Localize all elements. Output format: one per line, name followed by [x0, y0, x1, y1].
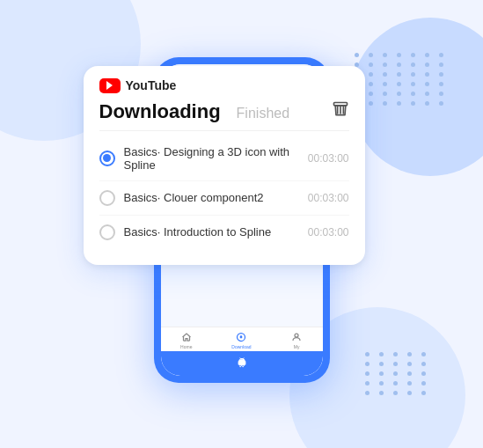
popup-item-text-2: Basics· Clouer component2: [124, 191, 299, 204]
svg-point-1: [295, 334, 298, 337]
trash-icon-button[interactable]: [332, 100, 349, 118]
popup-tabs-row: Downloading Finished: [99, 100, 349, 123]
phone-nav-home-label: Home: [180, 344, 192, 349]
user-icon: [290, 331, 303, 343]
popup-list: Basics· Designing a 3D icon with Spline …: [84, 131, 365, 265]
youtube-icon: [99, 78, 121, 93]
phone-nav-download[interactable]: Download: [231, 331, 251, 349]
tab-finished[interactable]: Finished: [237, 106, 289, 121]
popup-list-item-3: Basics· Introduction to Spline 00:03:00: [99, 216, 349, 249]
popup-item-time-3: 00:03:00: [308, 226, 349, 239]
phone-bottom-bar: [161, 351, 323, 376]
popup-item-text-3: Basics· Introduction to Spline: [124, 225, 299, 239]
home-icon: [180, 331, 193, 343]
phone-nav-my[interactable]: My: [290, 331, 303, 349]
phone-nav-download-label: Download: [231, 344, 251, 349]
tab-downloading[interactable]: Downloading: [99, 100, 221, 123]
phone-nav-home[interactable]: Home: [180, 331, 193, 349]
popup-item-time-2: 00:03:00: [308, 192, 349, 204]
popup-item-time-1: 00:03:00: [308, 152, 349, 165]
popup-item-text-1: Basics· Designing a 3D icon with Spline: [124, 145, 299, 172]
phone-nav-my-label: My: [294, 344, 300, 349]
popup-radio-1[interactable]: [99, 151, 115, 166]
popup-list-item-2: Basics· Clouer component2 00:03:00: [99, 181, 349, 216]
youtube-brand-label: YouTube: [126, 78, 177, 92]
scene: YouTube Basics· Designing a 3D icon with…: [31, 22, 453, 427]
popup-youtube-row: YouTube: [99, 78, 349, 93]
popup-card: YouTube Downloading Finished Basics· Des…: [84, 66, 365, 265]
popup-radio-2[interactable]: [99, 190, 115, 206]
android-icon: [234, 356, 250, 371]
phone-nav-bar: Home Download: [161, 327, 323, 351]
popup-radio-3[interactable]: [99, 224, 115, 240]
popup-header: YouTube Downloading Finished: [84, 66, 365, 123]
download-icon: [235, 331, 247, 343]
popup-list-item-1: Basics· Designing a 3D icon with Spline …: [99, 136, 349, 181]
